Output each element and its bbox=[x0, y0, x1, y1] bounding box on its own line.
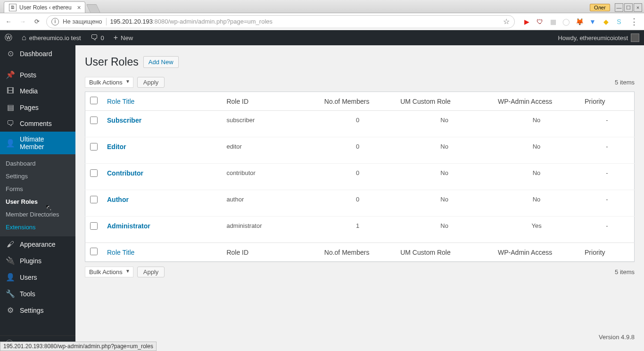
role-id: contributor bbox=[222, 164, 319, 190]
role-members: 0 bbox=[320, 190, 396, 217]
media-icon: 🎞 bbox=[6, 87, 15, 95]
row-checkbox[interactable] bbox=[90, 117, 98, 124]
user-account-menu[interactable]: Howdy, ethereumicoiotest bbox=[553, 30, 644, 45]
table-row: Editoreditor0NoNo- bbox=[85, 137, 635, 164]
window-user-badge[interactable]: Олег bbox=[590, 4, 610, 11]
browser-toolbar: ← → ⟳ i Не защищено 195.201.20.193:8080/… bbox=[0, 13, 644, 30]
col-access-header: WP-Admin Access bbox=[493, 243, 580, 262]
menu-users[interactable]: 👤Users bbox=[0, 269, 75, 285]
browser-menu-icon[interactable]: ⋮ bbox=[628, 17, 640, 27]
col-access-header: WP-Admin Access bbox=[493, 92, 580, 111]
binance-ext-icon[interactable]: ◆ bbox=[602, 17, 610, 26]
bookmark-star-icon[interactable]: ☆ bbox=[503, 17, 510, 26]
col-priority-header: Priority bbox=[580, 92, 634, 111]
items-count: 5 items bbox=[615, 268, 635, 276]
site-name-menu[interactable]: ⌂ethereumico.io test bbox=[17, 30, 86, 45]
role-members: 0 bbox=[320, 164, 396, 190]
submenu-dashboard[interactable]: Dashboard bbox=[0, 157, 75, 170]
select-all-checkbox[interactable] bbox=[90, 97, 98, 104]
menu-ultimate-member[interactable]: 👤Ultimate Member bbox=[0, 132, 75, 154]
role-access: No bbox=[493, 137, 580, 164]
role-access: No bbox=[493, 190, 580, 217]
apply-button[interactable]: Apply bbox=[137, 77, 165, 88]
menu-plugins[interactable]: 🔌Plugins bbox=[0, 252, 75, 269]
reload-button[interactable]: ⟳ bbox=[32, 17, 41, 26]
back-button[interactable]: ← bbox=[4, 17, 13, 26]
table-row: Contributorcontributor0NoNo- bbox=[85, 164, 635, 190]
new-content-menu[interactable]: +New bbox=[109, 30, 138, 45]
menu-posts[interactable]: 📌Posts bbox=[0, 67, 75, 83]
row-checkbox[interactable] bbox=[90, 169, 98, 177]
role-members: 0 bbox=[320, 111, 396, 137]
submenu: Dashboard Settings Forms User Roles Memb… bbox=[0, 154, 75, 236]
dashboard-icon: ⊙ bbox=[6, 49, 15, 58]
wp-logo-menu[interactable]: ⓦ bbox=[0, 30, 17, 45]
add-new-button[interactable]: Add New bbox=[143, 56, 179, 68]
role-members: 0 bbox=[320, 137, 396, 164]
menu-tools[interactable]: 🔧Tools bbox=[0, 285, 75, 302]
menu-dashboard[interactable]: ⊙Dashboard bbox=[0, 45, 75, 62]
youtube-ext-icon[interactable]: ▶ bbox=[522, 17, 531, 26]
menu-comments[interactable]: 🗨Comments bbox=[0, 116, 75, 132]
browser-tab[interactable]: 🗎 User Roles ‹ ethereu × bbox=[4, 1, 85, 13]
address-bar[interactable]: i Не защищено 195.201.20.193:8080/wp-adm… bbox=[46, 15, 515, 28]
menu-settings[interactable]: ⚙Settings bbox=[0, 302, 75, 318]
ext-icon[interactable]: ◯ bbox=[562, 17, 570, 26]
role-id: author bbox=[222, 190, 319, 217]
wordpress-icon: ⓦ bbox=[5, 33, 12, 43]
forward-button[interactable]: → bbox=[18, 17, 27, 26]
maximize-button[interactable]: ☐ bbox=[624, 3, 633, 12]
comment-icon: 🗨 bbox=[6, 119, 15, 128]
col-members-header: No.of Members bbox=[320, 243, 396, 262]
browser-titlebar: 🗎 User Roles ‹ ethereu × Олег — ☐ × bbox=[0, 0, 644, 13]
submenu-user-roles[interactable]: User Roles bbox=[0, 195, 75, 208]
comment-icon: 🗨 bbox=[91, 33, 98, 42]
wp-version: Version 4.9.8 bbox=[599, 334, 635, 341]
col-title-header[interactable]: Role Title bbox=[107, 249, 134, 256]
role-priority: - bbox=[580, 217, 634, 243]
close-icon[interactable]: × bbox=[77, 4, 81, 11]
menu-appearance[interactable]: 🖌Appearance bbox=[0, 236, 75, 252]
plug-icon: 🔌 bbox=[6, 256, 15, 265]
bulk-actions-select[interactable]: Bulk Actions bbox=[85, 77, 133, 88]
role-title-link[interactable]: Contributor bbox=[107, 169, 143, 177]
col-id-header: Role ID bbox=[222, 92, 319, 111]
users-icon: 👤 bbox=[6, 273, 15, 282]
roles-table: Role Title Role ID No.of Members UM Cust… bbox=[85, 92, 635, 262]
tab-favicon: 🗎 bbox=[9, 4, 17, 11]
ext-icon[interactable]: ▼ bbox=[588, 17, 597, 26]
role-title-link[interactable]: Author bbox=[107, 196, 129, 203]
submenu-member-directories[interactable]: Member Directories bbox=[0, 208, 75, 221]
submenu-forms[interactable]: Forms bbox=[0, 183, 75, 195]
security-label: Не защищено bbox=[63, 18, 102, 25]
wp-adminbar: ⓦ ⌂ethereumico.io test 🗨0 +New Howdy, et… bbox=[0, 30, 644, 45]
col-title-header[interactable]: Role Title bbox=[107, 98, 134, 105]
minimize-button[interactable]: — bbox=[615, 3, 623, 12]
role-custom: No bbox=[396, 111, 493, 137]
row-checkbox[interactable] bbox=[90, 196, 98, 203]
site-info-icon[interactable]: i bbox=[51, 18, 59, 25]
home-icon: ⌂ bbox=[22, 33, 26, 42]
row-checkbox[interactable] bbox=[90, 222, 98, 230]
menu-media[interactable]: 🎞Media bbox=[0, 83, 75, 99]
ublock-ext-icon[interactable]: 🛡 bbox=[536, 17, 544, 26]
metamask-ext-icon[interactable]: 🦊 bbox=[575, 17, 584, 26]
table-row: Administratoradministrator1NoYes- bbox=[85, 217, 635, 243]
ext-icon[interactable]: ▦ bbox=[549, 17, 557, 26]
submenu-extensions[interactable]: Extensions bbox=[0, 221, 75, 234]
apply-button[interactable]: Apply bbox=[137, 267, 165, 277]
new-tab-button[interactable] bbox=[86, 4, 100, 13]
role-title-link[interactable]: Subscriber bbox=[107, 117, 141, 124]
submenu-settings[interactable]: Settings bbox=[0, 170, 75, 183]
bulk-actions-select[interactable]: Bulk Actions bbox=[85, 267, 133, 277]
select-all-checkbox[interactable] bbox=[90, 248, 98, 255]
row-checkbox[interactable] bbox=[90, 143, 98, 150]
comments-menu[interactable]: 🗨0 bbox=[86, 30, 109, 45]
ext-icon[interactable]: S bbox=[615, 17, 623, 26]
role-title-link[interactable]: Administrator bbox=[107, 222, 150, 230]
page-icon: ▤ bbox=[6, 103, 15, 112]
menu-pages[interactable]: ▤Pages bbox=[0, 99, 75, 116]
role-title-link[interactable]: Editor bbox=[107, 143, 126, 150]
role-custom: No bbox=[396, 190, 493, 217]
close-window-button[interactable]: × bbox=[634, 3, 642, 12]
